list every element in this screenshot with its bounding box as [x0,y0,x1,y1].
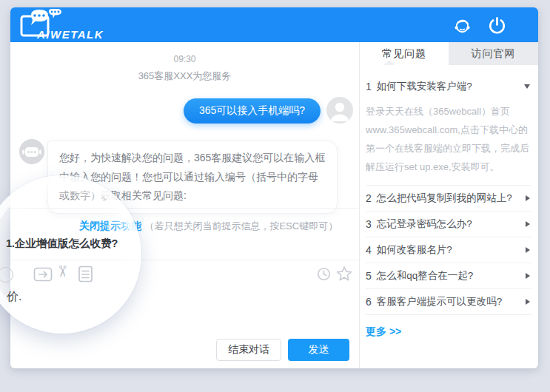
caret-right-icon [526,247,530,253]
faq-item-2[interactable]: 2 怎么把代码复制到我的网站上? [366,185,531,211]
divider [359,42,360,368]
caret-down-icon [524,84,530,89]
faq-question: 怎么把代码复制到我的网站上? [377,192,526,205]
send-button[interactable]: 发送 [288,339,349,361]
history-icon[interactable] [317,267,331,281]
caret-right-icon [526,299,530,305]
bot-avatar [19,139,44,164]
chat-window: AIWETALK 09:30 365客服XXX为您服务 365可以接入手机端吗? [10,7,538,368]
user-avatar [326,97,353,124]
speech-bubble-small-icon [49,9,61,18]
faq-number: 1 [366,81,372,92]
caret-right-icon [526,195,530,201]
faq-question: 怎么和qq整合在一起? [377,269,526,283]
faq-number: 6 [366,296,372,308]
agent-icon[interactable] [452,16,472,36]
divider [10,208,359,209]
tab-official-site[interactable]: 访问官网 [449,42,538,65]
close-hint-link[interactable]: 关闭提示功能 [79,220,141,232]
end-chat-button[interactable]: 结束对话 [216,339,281,361]
caret-right-icon [526,273,530,279]
logo-text: AIWETALK [36,28,104,41]
received-message-bubble: 您好，为快速解决您的问题，365客服建议您可以在输入框中输入您的问题！您也可以通… [47,141,338,214]
caret-right-icon [526,221,530,227]
faq-answer: 登录天天在线（365webcall）首页www.365webcall.com,点… [366,102,531,176]
active-tab-pointer [384,60,395,65]
faq-question: 如何下载安装客户端? [377,80,524,93]
tab-faq[interactable]: 常见问题 [360,42,449,65]
title-bar: AIWETALK [10,7,538,42]
faq-list: 1 如何下载安装客户端? 登录天天在线（365webcall）首页www.365… [366,74,531,339]
hint-text: （若只想关闭当前提示信息，按ESC键即可） [144,220,338,232]
sent-message-bubble: 365可以接入手机端吗? [184,98,321,124]
faq-item-3[interactable]: 3 忘记登录密码怎么办? [366,211,531,237]
power-icon[interactable] [487,16,507,36]
favorite-icon[interactable] [336,266,352,282]
sent-message-text: 365可以接入手机端吗? [199,104,305,118]
faq-question: 客服客户端提示可以更改吗? [377,295,526,308]
faq-item-4[interactable]: 4 如何改客服名片? [366,237,531,263]
person-icon [326,97,353,124]
faq-question: 忘记登录密码怎么办? [377,217,526,231]
robot-icon [19,139,44,164]
service-status: 365客服XXX为您服务 [10,70,359,83]
faq-item-6[interactable]: 6 客服客户端提示可以更改吗? [366,288,531,315]
faq-number: 3 [366,218,372,230]
faq-item-5[interactable]: 5 怎么和qq整合在一起? [366,263,531,288]
app-logo: AIWETALK [19,9,123,45]
hint-row: 关闭提示功能 （若只想关闭当前提示信息，按ESC键即可） [79,219,338,233]
faq-number: 5 [366,270,372,282]
faq-number: 2 [366,192,372,204]
faq-number: 4 [366,244,372,256]
message-time: 09:30 [10,54,359,64]
speech-bubble-icon [31,10,48,25]
received-message-text: 您好，为快速解决您的问题，365客服建议您可以在输入框中输入您的问题！您也可以通… [59,152,325,201]
more-link[interactable]: 更多 >> [366,325,401,339]
divider [10,260,359,260]
faq-item-1[interactable]: 1 如何下载安装客户端? [366,74,531,99]
faq-question: 如何改客服名片? [377,243,526,257]
